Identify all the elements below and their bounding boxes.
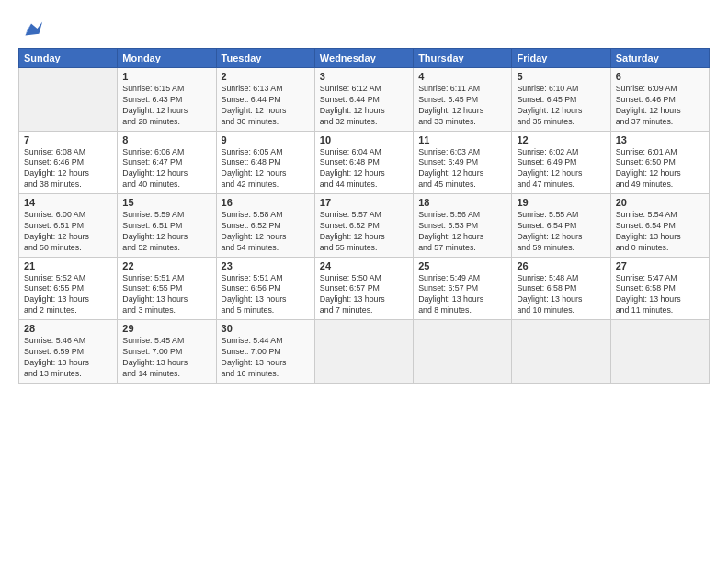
day-info: Sunrise: 5:49 AM Sunset: 6:57 PM Dayligh… <box>418 273 506 317</box>
day-info: Sunrise: 6:04 AM Sunset: 6:48 PM Dayligh… <box>320 147 408 191</box>
day-cell: 7Sunrise: 6:08 AM Sunset: 6:46 PM Daylig… <box>19 131 118 194</box>
day-cell: 14Sunrise: 6:00 AM Sunset: 6:51 PM Dayli… <box>19 194 118 258</box>
day-number: 5 <box>517 71 605 82</box>
day-cell: 2Sunrise: 6:13 AM Sunset: 6:44 PM Daylig… <box>216 68 314 132</box>
week-row-3: 14Sunrise: 6:00 AM Sunset: 6:51 PM Dayli… <box>19 194 710 258</box>
week-row-2: 7Sunrise: 6:08 AM Sunset: 6:46 PM Daylig… <box>19 131 710 194</box>
day-info: Sunrise: 6:03 AM Sunset: 6:49 PM Dayligh… <box>418 147 506 191</box>
day-number: 26 <box>517 260 605 271</box>
day-cell <box>19 68 118 132</box>
day-number: 10 <box>320 134 408 145</box>
day-info: Sunrise: 6:01 AM Sunset: 6:50 PM Dayligh… <box>616 147 704 191</box>
day-cell: 13Sunrise: 6:01 AM Sunset: 6:50 PM Dayli… <box>610 131 709 194</box>
day-number: 2 <box>222 71 310 82</box>
header <box>18 17 710 42</box>
day-cell: 20Sunrise: 5:54 AM Sunset: 6:54 PM Dayli… <box>610 194 709 258</box>
day-number: 30 <box>222 323 310 334</box>
week-row-5: 28Sunrise: 5:46 AM Sunset: 6:59 PM Dayli… <box>19 320 710 384</box>
day-cell: 19Sunrise: 5:55 AM Sunset: 6:54 PM Dayli… <box>512 194 610 258</box>
day-number: 18 <box>418 197 506 208</box>
day-info: Sunrise: 5:46 AM Sunset: 6:59 PM Dayligh… <box>24 336 112 380</box>
day-cell: 21Sunrise: 5:52 AM Sunset: 6:55 PM Dayli… <box>19 257 118 320</box>
day-cell: 18Sunrise: 5:56 AM Sunset: 6:53 PM Dayli… <box>414 194 512 258</box>
day-info: Sunrise: 6:08 AM Sunset: 6:46 PM Dayligh… <box>24 147 112 191</box>
day-cell: 29Sunrise: 5:45 AM Sunset: 7:00 PM Dayli… <box>118 320 216 384</box>
day-number: 15 <box>122 197 210 208</box>
day-cell: 22Sunrise: 5:51 AM Sunset: 6:55 PM Dayli… <box>118 257 216 320</box>
col-header-monday: Monday <box>118 49 216 68</box>
day-number: 20 <box>616 197 704 208</box>
day-info: Sunrise: 6:15 AM Sunset: 6:43 PM Dayligh… <box>122 84 210 128</box>
day-number: 27 <box>616 260 704 271</box>
day-info: Sunrise: 5:47 AM Sunset: 6:58 PM Dayligh… <box>616 273 704 317</box>
day-cell: 26Sunrise: 5:48 AM Sunset: 6:58 PM Dayli… <box>512 257 610 320</box>
day-number: 1 <box>122 71 210 82</box>
col-header-saturday: Saturday <box>610 49 709 68</box>
logo <box>18 17 48 42</box>
day-info: Sunrise: 5:58 AM Sunset: 6:52 PM Dayligh… <box>222 210 310 254</box>
day-cell: 1Sunrise: 6:15 AM Sunset: 6:43 PM Daylig… <box>118 68 216 132</box>
day-number: 24 <box>320 260 408 271</box>
day-info: Sunrise: 5:59 AM Sunset: 6:51 PM Dayligh… <box>122 210 210 254</box>
day-cell: 16Sunrise: 5:58 AM Sunset: 6:52 PM Dayli… <box>216 194 314 258</box>
day-info: Sunrise: 5:51 AM Sunset: 6:56 PM Dayligh… <box>222 273 310 317</box>
day-cell: 4Sunrise: 6:11 AM Sunset: 6:45 PM Daylig… <box>414 68 512 132</box>
day-info: Sunrise: 5:50 AM Sunset: 6:57 PM Dayligh… <box>320 273 408 317</box>
day-info: Sunrise: 6:05 AM Sunset: 6:48 PM Dayligh… <box>222 147 310 191</box>
day-cell: 8Sunrise: 6:06 AM Sunset: 6:47 PM Daylig… <box>118 131 216 194</box>
day-number: 8 <box>122 134 210 145</box>
day-number: 7 <box>24 134 112 145</box>
day-number: 14 <box>24 197 112 208</box>
day-info: Sunrise: 6:11 AM Sunset: 6:45 PM Dayligh… <box>418 84 506 128</box>
day-info: Sunrise: 5:54 AM Sunset: 6:54 PM Dayligh… <box>616 210 704 254</box>
day-cell: 6Sunrise: 6:09 AM Sunset: 6:46 PM Daylig… <box>610 68 709 132</box>
day-number: 12 <box>517 134 605 145</box>
day-number: 17 <box>320 197 408 208</box>
day-info: Sunrise: 6:09 AM Sunset: 6:46 PM Dayligh… <box>616 84 704 128</box>
day-number: 13 <box>616 134 704 145</box>
day-cell: 12Sunrise: 6:02 AM Sunset: 6:49 PM Dayli… <box>512 131 610 194</box>
day-number: 19 <box>517 197 605 208</box>
day-info: Sunrise: 6:10 AM Sunset: 6:45 PM Dayligh… <box>517 84 605 128</box>
day-cell: 9Sunrise: 6:05 AM Sunset: 6:48 PM Daylig… <box>216 131 314 194</box>
week-row-1: 1Sunrise: 6:15 AM Sunset: 6:43 PM Daylig… <box>19 68 710 132</box>
day-number: 28 <box>24 323 112 334</box>
day-cell: 27Sunrise: 5:47 AM Sunset: 6:58 PM Dayli… <box>610 257 709 320</box>
logo-bird-icon <box>18 17 44 42</box>
day-number: 6 <box>616 71 704 82</box>
day-number: 11 <box>418 134 506 145</box>
day-cell <box>314 320 413 384</box>
day-info: Sunrise: 6:00 AM Sunset: 6:51 PM Dayligh… <box>24 210 112 254</box>
col-header-tuesday: Tuesday <box>216 49 314 68</box>
day-number: 21 <box>24 260 112 271</box>
day-cell: 28Sunrise: 5:46 AM Sunset: 6:59 PM Dayli… <box>19 320 118 384</box>
day-number: 29 <box>122 323 210 334</box>
header-row: SundayMondayTuesdayWednesdayThursdayFrid… <box>19 49 710 68</box>
day-number: 4 <box>418 71 506 82</box>
day-cell: 17Sunrise: 5:57 AM Sunset: 6:52 PM Dayli… <box>314 194 413 258</box>
day-number: 22 <box>122 260 210 271</box>
day-info: Sunrise: 5:51 AM Sunset: 6:55 PM Dayligh… <box>122 273 210 317</box>
page: SundayMondayTuesdayWednesdayThursdayFrid… <box>0 0 728 563</box>
col-header-sunday: Sunday <box>19 49 118 68</box>
day-cell: 10Sunrise: 6:04 AM Sunset: 6:48 PM Dayli… <box>314 131 413 194</box>
svg-marker-0 <box>25 22 42 36</box>
col-header-thursday: Thursday <box>414 49 512 68</box>
day-cell <box>414 320 512 384</box>
day-info: Sunrise: 6:06 AM Sunset: 6:47 PM Dayligh… <box>122 147 210 191</box>
col-header-wednesday: Wednesday <box>314 49 413 68</box>
day-cell <box>610 320 709 384</box>
day-number: 16 <box>222 197 310 208</box>
day-cell <box>512 320 610 384</box>
day-info: Sunrise: 5:52 AM Sunset: 6:55 PM Dayligh… <box>24 273 112 317</box>
day-cell: 15Sunrise: 5:59 AM Sunset: 6:51 PM Dayli… <box>118 194 216 258</box>
day-number: 23 <box>222 260 310 271</box>
day-info: Sunrise: 6:02 AM Sunset: 6:49 PM Dayligh… <box>517 147 605 191</box>
day-number: 3 <box>320 71 408 82</box>
day-cell: 23Sunrise: 5:51 AM Sunset: 6:56 PM Dayli… <box>216 257 314 320</box>
day-cell: 24Sunrise: 5:50 AM Sunset: 6:57 PM Dayli… <box>314 257 413 320</box>
day-cell: 30Sunrise: 5:44 AM Sunset: 7:00 PM Dayli… <box>216 320 314 384</box>
day-cell: 5Sunrise: 6:10 AM Sunset: 6:45 PM Daylig… <box>512 68 610 132</box>
day-info: Sunrise: 5:48 AM Sunset: 6:58 PM Dayligh… <box>517 273 605 317</box>
day-info: Sunrise: 5:44 AM Sunset: 7:00 PM Dayligh… <box>222 336 310 380</box>
